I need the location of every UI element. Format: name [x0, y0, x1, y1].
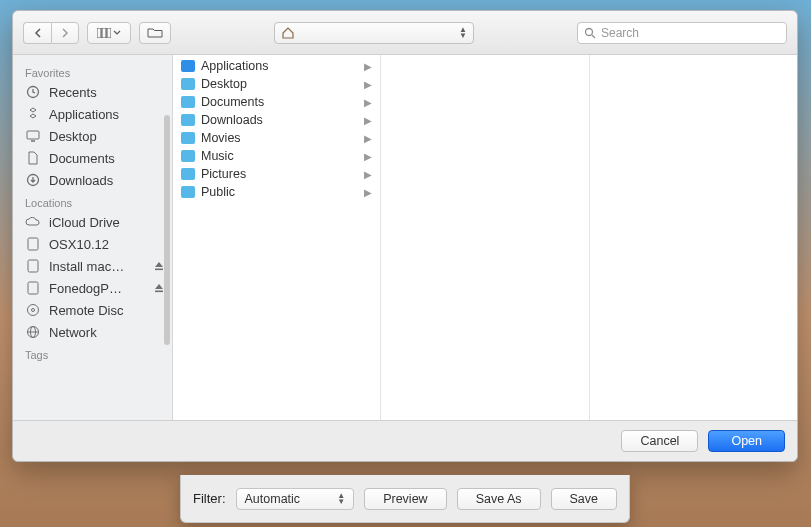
- folder-icon: [181, 96, 195, 108]
- doc-icon: [25, 150, 41, 166]
- sidebar-item-remotedisc[interactable]: Remote Disc: [13, 299, 172, 321]
- sidebar-item-applications[interactable]: Applications: [13, 103, 172, 125]
- eject-icon[interactable]: [154, 261, 164, 271]
- list-item[interactable]: Applications▶: [173, 57, 380, 75]
- svg-line-4: [592, 35, 595, 38]
- folder-icon: [181, 60, 195, 72]
- sidebar-item-label: Desktop: [49, 129, 97, 144]
- column-1[interactable]: [381, 55, 589, 420]
- sidebar-scrollbar[interactable]: [164, 115, 170, 345]
- chevron-right-icon: ▶: [364, 151, 372, 162]
- svg-rect-11: [155, 269, 163, 271]
- save-button[interactable]: Save: [551, 488, 618, 510]
- toolbar: ▲▼ Search: [13, 11, 797, 55]
- download-icon: [25, 172, 41, 188]
- svg-rect-13: [155, 291, 163, 293]
- chevron-right-icon: ▶: [364, 187, 372, 198]
- svg-rect-9: [28, 238, 38, 250]
- folder-icon: [181, 150, 195, 162]
- sidebar-item-label: Recents: [49, 85, 97, 100]
- sidebar-item-label: Applications: [49, 107, 119, 122]
- cancel-button[interactable]: Cancel: [621, 430, 698, 452]
- sidebar-item-icloud[interactable]: iCloud Drive: [13, 211, 172, 233]
- saveas-button[interactable]: Save As: [457, 488, 541, 510]
- cloud-icon: [25, 214, 41, 230]
- sidebar-item-desktop[interactable]: Desktop: [13, 125, 172, 147]
- sidebar-item-label: Remote Disc: [49, 303, 123, 318]
- sidebar-item-downloads[interactable]: Downloads: [13, 169, 172, 191]
- group-button[interactable]: [139, 22, 171, 44]
- sidebar-header-favorites: Favorites: [13, 61, 172, 81]
- column-0[interactable]: Applications▶Desktop▶Documents▶Downloads…: [173, 55, 381, 420]
- list-item-label: Documents: [201, 95, 264, 109]
- svg-rect-2: [107, 28, 111, 38]
- chevron-right-icon: ▶: [364, 97, 372, 108]
- sidebar-header-locations: Locations: [13, 191, 172, 211]
- filter-label: Filter:: [193, 491, 226, 506]
- list-item-label: Pictures: [201, 167, 246, 181]
- globe-icon: [25, 324, 41, 340]
- nav-buttons: [23, 22, 79, 44]
- open-label: Open: [731, 434, 762, 448]
- open-button[interactable]: Open: [708, 430, 785, 452]
- path-selector[interactable]: ▲▼: [274, 22, 474, 44]
- folder-icon: [181, 132, 195, 144]
- preview-label: Preview: [383, 492, 427, 506]
- disk-icon: [25, 236, 41, 252]
- svg-point-3: [586, 28, 593, 35]
- list-item-label: Movies: [201, 131, 241, 145]
- search-placeholder: Search: [601, 26, 639, 40]
- chevron-right-icon: ▶: [364, 133, 372, 144]
- search-field[interactable]: Search: [577, 22, 787, 44]
- svg-rect-10: [28, 260, 38, 272]
- svg-rect-1: [102, 28, 106, 38]
- folder-icon: [181, 168, 195, 180]
- list-item[interactable]: Pictures▶: [173, 165, 380, 183]
- column-2[interactable]: [590, 55, 797, 420]
- sidebar-item-label: iCloud Drive: [49, 215, 120, 230]
- folder-icon: [181, 114, 195, 126]
- dialog-footer: Cancel Open: [13, 421, 797, 461]
- svg-rect-12: [28, 282, 38, 294]
- sidebar-header-tags: Tags: [13, 343, 172, 363]
- filter-select[interactable]: Automatic ▲▼: [236, 488, 355, 510]
- sidebar-item-osx[interactable]: OSX10.12: [13, 233, 172, 255]
- clock-icon: [25, 84, 41, 100]
- eject-icon[interactable]: [154, 283, 164, 293]
- home-icon: [281, 27, 295, 39]
- sidebar-item-documents[interactable]: Documents: [13, 147, 172, 169]
- list-item[interactable]: Music▶: [173, 147, 380, 165]
- filter-value: Automatic: [245, 492, 301, 506]
- list-item[interactable]: Desktop▶: [173, 75, 380, 93]
- svg-rect-0: [97, 28, 101, 38]
- secondary-panel: Filter: Automatic ▲▼ Preview Save As Sav…: [180, 475, 630, 523]
- list-item[interactable]: Downloads▶: [173, 111, 380, 129]
- list-item[interactable]: Movies▶: [173, 129, 380, 147]
- cancel-label: Cancel: [640, 434, 679, 448]
- disk-icon: [25, 280, 41, 296]
- chevron-right-icon: [61, 28, 69, 38]
- file-open-dialog: ▲▼ Search Favorites Recents Applications…: [12, 10, 798, 462]
- back-button[interactable]: [23, 22, 51, 44]
- sidebar-item-recents[interactable]: Recents: [13, 81, 172, 103]
- column-browser: Applications▶Desktop▶Documents▶Downloads…: [173, 55, 797, 420]
- dialog-body: Favorites Recents Applications Desktop D…: [13, 55, 797, 421]
- preview-button[interactable]: Preview: [364, 488, 446, 510]
- chevron-right-icon: ▶: [364, 79, 372, 90]
- sidebar-item-network[interactable]: Network: [13, 321, 172, 343]
- sidebar-item-fonedog[interactable]: FonedogP…: [13, 277, 172, 299]
- svg-point-15: [32, 309, 35, 312]
- sidebar-item-install[interactable]: Install mac…: [13, 255, 172, 277]
- save-label: Save: [570, 492, 599, 506]
- saveas-label: Save As: [476, 492, 522, 506]
- columns-icon: [97, 28, 111, 38]
- disc-icon: [25, 302, 41, 318]
- sidebar-item-label: Network: [49, 325, 97, 340]
- list-item[interactable]: Public▶: [173, 183, 380, 201]
- chevron-left-icon: [34, 28, 42, 38]
- list-item[interactable]: Documents▶: [173, 93, 380, 111]
- forward-button[interactable]: [51, 22, 79, 44]
- sidebar-item-label: Downloads: [49, 173, 113, 188]
- list-item-label: Downloads: [201, 113, 263, 127]
- view-mode-button[interactable]: [87, 22, 131, 44]
